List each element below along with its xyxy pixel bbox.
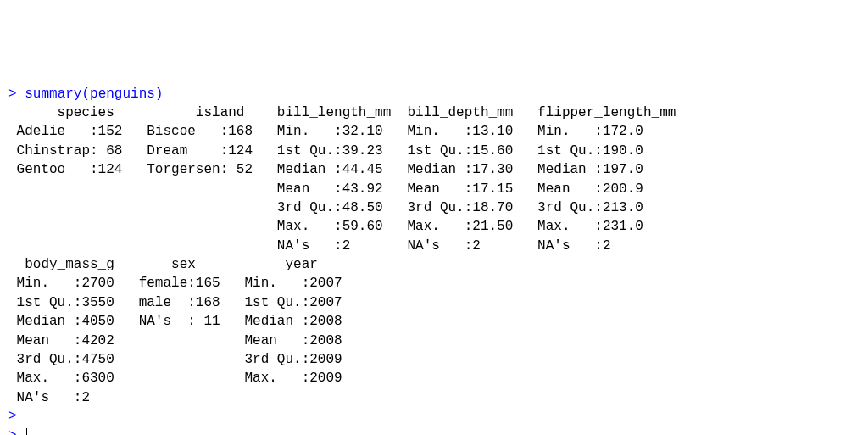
output-line: Min. :2700 female:165 Min. :2007	[8, 276, 359, 291]
output-line: 3rd Qu.:4750 3rd Qu.:2009	[8, 352, 359, 367]
output-line: NA's :2	[8, 390, 359, 405]
prompt-symbol: >	[8, 86, 17, 102]
output-line: Gentoo :124 Torgersen: 52 Median :44.45 …	[8, 162, 676, 177]
cursor-icon	[26, 428, 27, 435]
output-headers-1: species island bill_length_mm bill_depth…	[8, 105, 676, 120]
output-line: Max. :59.60 Max. :21.50 Max. :231.0	[8, 219, 676, 234]
prompt-symbol: >	[8, 409, 17, 424]
output-line: Median :4050 NA's : 11 Median :2008	[8, 314, 359, 329]
output-line: Adelie :152 Biscoe :168 Min. :32.10 Min.…	[8, 124, 676, 139]
prompt-symbol: >	[8, 428, 17, 435]
command-text: summary(penguins)	[25, 86, 163, 102]
output-line: 1st Qu.:3550 male :168 1st Qu.:2007	[8, 295, 359, 310]
output-line: Mean :4202 Mean :2008	[8, 333, 359, 349]
output-line: 3rd Qu.:48.50 3rd Qu.:18.70 3rd Qu.:213.…	[8, 200, 676, 215]
output-line: Max. :6300 Max. :2009	[8, 371, 359, 386]
output-line: Mean :43.92 Mean :17.15 Mean :200.9	[8, 181, 676, 197]
output-line: Chinstrap: 68 Dream :124 1st Qu.:39.23 1…	[8, 143, 676, 159]
output-line: NA's :2 NA's :2 NA's :2	[8, 238, 676, 254]
output-headers-2: body_mass_g sex year	[8, 257, 359, 272]
console[interactable]: > summary(penguins) species island bill_…	[8, 85, 860, 435]
